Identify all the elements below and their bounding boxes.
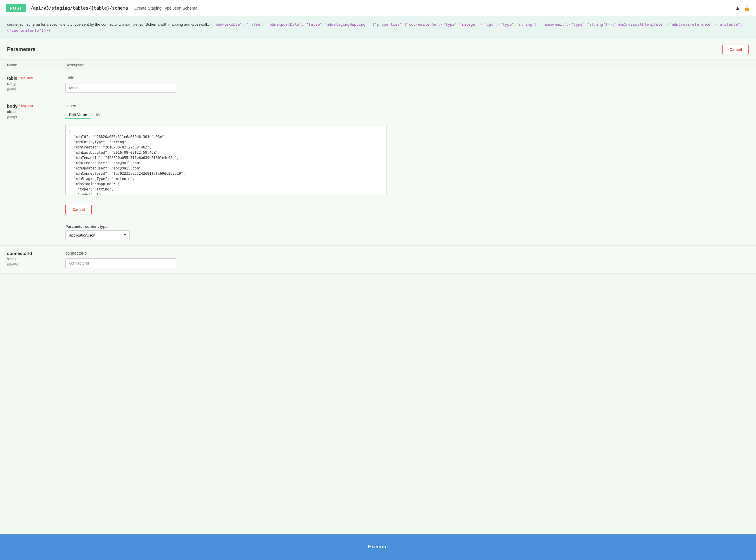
- param-type-connectorid: string: [7, 257, 65, 261]
- collapse-icon[interactable]: ▲: [735, 5, 740, 11]
- param-location-connectorid: (query): [7, 262, 65, 266]
- required-label-body: required: [21, 104, 33, 107]
- param-name-col-body: body * required object (body): [7, 103, 65, 119]
- param-desc-text-connectorid: connectorId: [65, 251, 749, 256]
- edit-value-tabs: Edit Value | Model: [65, 111, 749, 119]
- param-name-col-table: table * required string (path): [7, 76, 65, 91]
- execute-button[interactable]: Execute: [7, 539, 749, 555]
- params-table-header: Name Description: [0, 60, 756, 70]
- param-required-row-body: body * required: [7, 103, 65, 108]
- param-type-table: string: [7, 82, 65, 86]
- param-name-label-table: table: [7, 76, 17, 80]
- lock-icon[interactable]: 🔒: [744, 5, 750, 12]
- content-type-select[interactable]: application/json application/xml text/pl…: [65, 231, 130, 240]
- tab-model[interactable]: Model: [93, 111, 110, 119]
- param-location-table: (path): [7, 87, 65, 91]
- param-row-body: body * required object (body) schema Edi…: [0, 98, 756, 245]
- method-badge: POST: [6, 4, 26, 12]
- parameters-title: Parameters: [7, 46, 36, 53]
- description-text-prefix: create json schema for a specific entity…: [7, 22, 209, 26]
- param-name-label-body: body: [7, 103, 18, 108]
- tab-divider: |: [91, 111, 93, 119]
- connectorid-input[interactable]: [65, 258, 176, 268]
- required-label-table: required: [21, 76, 33, 80]
- param-type-body: object: [7, 110, 65, 114]
- endpoint-description: Create Staging Type Json Schema: [134, 6, 197, 11]
- table-input[interactable]: [65, 83, 176, 93]
- body-json-editor[interactable]: { "mdmId": "428820a055c311e6a639d6f301e4…: [65, 125, 386, 195]
- param-name-label-connectorid: connectorId: [7, 251, 65, 256]
- param-desc-text-table: table: [65, 76, 749, 80]
- content-type-label: Parameter content type: [65, 224, 749, 229]
- header-bar: POST /api/v3/staging/tables/{table}/sche…: [0, 0, 756, 16]
- param-location-body: (body): [7, 115, 65, 119]
- endpoint-path: /api/v3/staging/tables/{table}/schema: [31, 5, 128, 11]
- description-column-header: Description: [65, 63, 749, 67]
- param-desc-col-table: table: [65, 76, 749, 93]
- param-desc-col-body: schema Edit Value | Model { "mdmId": "42…: [65, 103, 749, 240]
- param-row-connectorid: connectorId string (query) connectorId: [0, 245, 756, 274]
- required-star-table: *: [18, 76, 20, 80]
- param-row-table: table * required string (path) table: [0, 70, 756, 98]
- parameters-section: Parameters Cancel Name Description table…: [0, 39, 756, 274]
- header-right: ▲ 🔒: [735, 5, 750, 12]
- cancel-button-top[interactable]: Cancel: [722, 45, 749, 54]
- param-required-row-table: table * required: [7, 76, 65, 80]
- cancel-button-body[interactable]: Cancel: [65, 205, 92, 214]
- page-wrapper: POST /api/v3/staging/tables/{table}/sche…: [0, 0, 756, 560]
- param-desc-text-body: schema: [65, 103, 749, 108]
- name-column-header: Name: [7, 63, 65, 67]
- spacer: [0, 274, 756, 534]
- param-name-col-connectorid: connectorId string (query): [7, 251, 65, 266]
- parameters-header: Parameters Cancel: [0, 39, 756, 60]
- param-desc-col-connectorid: connectorId: [65, 251, 749, 268]
- tab-edit-value[interactable]: Edit Value: [65, 111, 91, 119]
- required-star-body: *: [19, 104, 20, 108]
- execute-bar: Execute: [0, 534, 756, 560]
- description-area: create json schema for a specific entity…: [0, 16, 756, 39]
